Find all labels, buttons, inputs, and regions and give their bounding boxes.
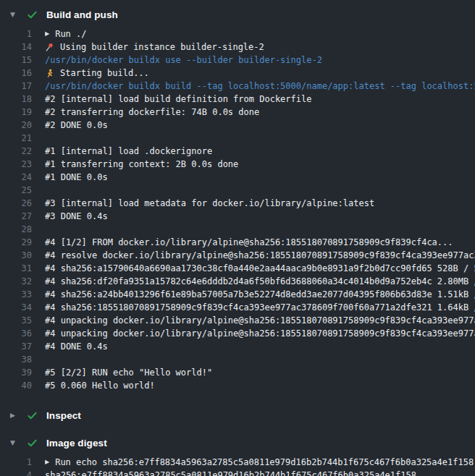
log-text: #4 sha256:df20fa9351a15782c64e6dddb2d4a6… [45, 275, 475, 288]
log-text: Starting build... [45, 67, 149, 80]
log-line: 19#2 transferring dockerfile: 74B 0.0s d… [0, 106, 475, 119]
chevron-right-icon: ▶ [10, 407, 20, 424]
log-text-value: Using builder instance builder-single-2 [60, 41, 264, 54]
log-text-value: #4 resolve docker.io/library/alpine@sha2… [45, 249, 475, 262]
log-text: #1 DONE 0.0s [45, 171, 108, 184]
line-number[interactable]: 29 [0, 236, 32, 249]
log-block-build-and-push: 1▶Run ./14Using builder instance builder… [0, 27, 475, 392]
pushpin-icon [45, 43, 54, 52]
log-line: 17/usr/bin/docker buildx build --tag loc… [0, 80, 475, 93]
log-line: 29#4 [1/2] FROM docker.io/library/alpine… [0, 236, 475, 249]
log-text-value: #5 [2/2] RUN echo "Hello world!" [45, 366, 212, 379]
line-number[interactable]: 31 [0, 262, 32, 275]
chevron-down-icon: ▼ [10, 434, 20, 451]
log-block-image-digest: 1▶Run echo sha256:e7ff8834a5963a2785c5a0… [0, 456, 475, 476]
chevron-down-icon: ▼ [10, 6, 20, 23]
section-header-inspect[interactable]: ▶Inspect [0, 407, 475, 424]
section-header-build-and-push[interactable]: ▼Build and push [0, 6, 475, 23]
line-number[interactable]: 22 [0, 145, 32, 158]
log-text-value: #4 sha256:185518070891758909c9f839cf4ca3… [45, 301, 475, 314]
log-text: #2 DONE 0.0s [45, 119, 108, 132]
log-text: #4 unpacking docker.io/library/alpine@sh… [45, 314, 475, 327]
line-number[interactable]: 19 [0, 106, 32, 119]
section-header-image-digest[interactable]: ▼Image digest [0, 434, 475, 451]
log-line: 34#4 sha256:185518070891758909c9f839cf4c… [0, 301, 475, 314]
log-text-value: #1 [internal] load .dockerignore [45, 145, 212, 158]
log-text: sha256:e7ff8834a5963a2785c5a0811e979d16b… [45, 469, 416, 476]
line-number[interactable]: 37 [0, 340, 32, 353]
line-number[interactable]: 20 [0, 119, 32, 132]
log-text-value: #4 [1/2] FROM docker.io/library/alpine@s… [45, 236, 453, 249]
log-text-value: #4 sha256:a15790640a6690aa1730c38cf0a440… [45, 262, 475, 275]
line-number[interactable]: 33 [0, 288, 32, 301]
log-line: 39#5 [2/2] RUN echo "Hello world!" [0, 366, 475, 379]
line-number[interactable]: 39 [0, 366, 32, 379]
log-section-build-and-push: ▼Build and push1▶Run ./14Using builder i… [0, 6, 475, 392]
line-number[interactable]: 15 [0, 54, 32, 67]
line-number[interactable]: 21 [0, 132, 32, 145]
line-number[interactable]: 23 [0, 158, 32, 171]
log-line: 32#4 sha256:df20fa9351a15782c64e6dddb2d4… [0, 275, 475, 288]
success-check-icon [27, 410, 38, 421]
line-number[interactable]: 32 [0, 275, 32, 288]
line-number[interactable]: 40 [0, 379, 32, 392]
log-line: 1▶Run echo sha256:e7ff8834a5963a2785c5a0… [0, 456, 475, 469]
log-text-value: #1 transferring context: 2B 0.0s done [45, 158, 238, 171]
log-text: #4 sha256:185518070891758909c9f839cf4ca3… [45, 301, 475, 314]
log-line: 27#3 DONE 0.4s [0, 210, 475, 223]
log-line: 26#3 [internal] load metadata for docker… [0, 197, 475, 210]
section-gap [0, 399, 475, 407]
log-line: 37#4 DONE 0.4s [0, 340, 475, 353]
log-text-value: #2 [internal] load build definition from… [45, 93, 311, 106]
line-number[interactable]: 24 [0, 171, 32, 184]
actions-log-viewer: ▼Build and push1▶Run ./14Using builder i… [0, 0, 475, 476]
log-text: #4 DONE 0.4s [45, 340, 108, 353]
log-text: #1 [internal] load .dockerignore [45, 145, 212, 158]
log-line: 16Starting build... [0, 67, 475, 80]
log-line: 33#4 sha256:a24bb4013296f61e89ba57005a7b… [0, 288, 475, 301]
line-number[interactable]: 18 [0, 93, 32, 106]
expand-log-group-icon[interactable]: ▶ [45, 456, 49, 469]
log-text-value: #4 unpacking docker.io/library/alpine@sh… [45, 314, 475, 327]
success-check-icon [27, 438, 38, 449]
line-number[interactable]: 14 [0, 41, 32, 54]
line-number[interactable]: 25 [0, 184, 32, 197]
log-text-value: #4 sha256:a24bb4013296f61e89ba57005a7b3e… [45, 288, 475, 301]
log-section-image-digest: ▼Image digest1▶Run echo sha256:e7ff8834a… [0, 434, 475, 476]
log-line: 14Using builder instance builder-single-… [0, 41, 475, 54]
expand-log-group-icon[interactable]: ▶ [45, 27, 49, 41]
log-line: 35#4 unpacking docker.io/library/alpine@… [0, 314, 475, 327]
log-text: #5 [2/2] RUN echo "Hello world!" [45, 366, 212, 379]
log-line: 40#5 0.060 Hello world! [0, 379, 475, 392]
line-number[interactable]: 27 [0, 210, 32, 223]
log-text: #3 [internal] load metadata for docker.i… [45, 197, 374, 210]
line-number[interactable]: 30 [0, 249, 32, 262]
log-line: 21 [0, 132, 475, 145]
section-gap [0, 424, 475, 434]
line-number[interactable]: 1 [0, 456, 32, 469]
log-command-text: /usr/bin/docker buildx build --tag local… [45, 80, 475, 93]
line-number[interactable]: 1 [0, 27, 32, 41]
line-number[interactable]: 26 [0, 197, 32, 210]
log-text: Using builder instance builder-single-2 [45, 41, 264, 54]
log-line: 20#2 DONE 0.0s [0, 119, 475, 132]
log-text: #4 resolve docker.io/library/alpine@sha2… [45, 249, 475, 262]
success-check-icon [27, 9, 38, 20]
log-text: ▶Run ./ [45, 27, 87, 41]
log-line: 36#4 unpacking docker.io/library/alpine@… [0, 327, 475, 340]
line-number[interactable]: 34 [0, 301, 32, 314]
log-text-value: Starting build... [60, 67, 149, 80]
log-line: 24#1 DONE 0.0s [0, 171, 475, 184]
line-number[interactable]: 17 [0, 80, 32, 93]
line-number[interactable]: 35 [0, 314, 32, 327]
line-number[interactable]: 16 [0, 67, 32, 80]
log-text-value: #3 DONE 0.4s [45, 210, 108, 223]
log-line: 30#4 resolve docker.io/library/alpine@sh… [0, 249, 475, 262]
line-number[interactable]: 4 [0, 469, 32, 476]
line-number[interactable]: 38 [0, 353, 32, 366]
section-title: Inspect [46, 410, 81, 421]
log-line: 23#1 transferring context: 2B 0.0s done [0, 158, 475, 171]
log-text: #4 sha256:a24bb4013296f61e89ba57005a7b3e… [45, 288, 475, 301]
line-number[interactable]: 36 [0, 327, 32, 340]
line-number[interactable]: 28 [0, 223, 32, 236]
